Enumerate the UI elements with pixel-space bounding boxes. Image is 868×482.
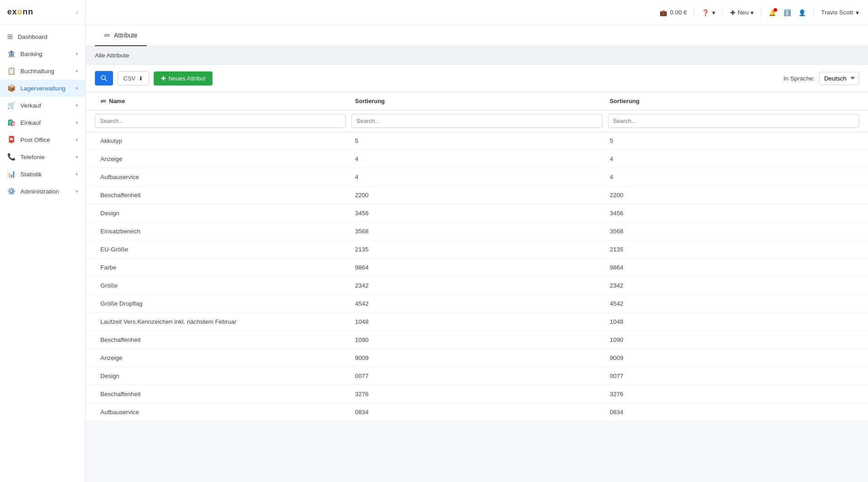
csv-export-button[interactable]: CSV ⬇ — [118, 71, 149, 85]
sidebar-item-telefonie[interactable]: 📞 Telefonie ▾ — [0, 148, 85, 165]
divider4 — [813, 8, 814, 17]
nav-chevron-banking: ▾ — [75, 51, 78, 57]
table-header: ≔ Name Sortierung Sortierung — [86, 92, 868, 110]
table-row[interactable]: Design 0077 0077 — [86, 367, 868, 385]
table-row[interactable]: Größe 2342 2342 — [86, 277, 868, 295]
toolbar-right: In Sprache: DeutschEnglishFrançais — [783, 72, 859, 85]
nav-label-dashboard: Dashboard — [18, 33, 47, 40]
nav-label-lagerverwaltung: Lagerverwaltung — [20, 85, 66, 92]
logo-area: exonn ‹ — [0, 0, 85, 24]
neu-button[interactable]: ✚ Neu ▾ — [730, 9, 754, 16]
user-chevron: ▾ — [856, 9, 859, 16]
divider3 — [761, 8, 761, 17]
notification-button[interactable]: 🔔 — [769, 9, 776, 16]
tab-attribute[interactable]: ≔ Attribute — [95, 25, 146, 46]
toolbar-left: CSV ⬇ ✚ Neues Attribut — [95, 71, 212, 85]
sidebar-collapse-button[interactable]: ‹ — [76, 8, 78, 16]
download-icon: ⬇ — [138, 75, 143, 82]
cell-sort1: 3568 — [349, 222, 604, 240]
sidebar-item-einkauf[interactable]: 🛍️ Einkauf ▾ — [0, 114, 85, 131]
cell-sort2: 5 — [604, 132, 859, 150]
cell-sort1: 0834 — [349, 403, 604, 421]
user-icon-button[interactable]: 👤 — [798, 9, 806, 16]
table-row[interactable]: Aufbauservice 4 4 — [86, 168, 868, 186]
sidebar-item-post-office[interactable]: 📮 Post Office ▾ — [0, 131, 85, 148]
column-sort2: Sortierung — [604, 92, 859, 110]
cell-sort2: 2342 — [604, 277, 859, 294]
cell-name: Größe — [95, 277, 349, 294]
sidebar-item-buchhaltung[interactable]: 📋 Buchhaltung ▾ — [0, 62, 85, 80]
help-button[interactable]: ❓ ▾ — [702, 9, 715, 16]
plus-icon-new: ✚ — [161, 75, 166, 82]
cell-sort1: 0077 — [349, 367, 604, 385]
nav-label-banking: Banking — [20, 51, 42, 57]
name-search-input[interactable] — [95, 114, 346, 128]
nav-label-telefonie: Telefonie — [20, 154, 45, 161]
table-row[interactable]: Einsatzbereich 3568 3568 — [86, 222, 868, 241]
nav-icon-post-office: 📮 — [7, 136, 16, 144]
tab-bar: ≔ Attribute — [86, 25, 868, 47]
cell-name: Beschaffenheit — [95, 385, 349, 403]
cell-sort2: 3456 — [604, 204, 859, 222]
toolbar: CSV ⬇ ✚ Neues Attribut In Sprache: Deuts… — [86, 65, 868, 92]
cell-sort2: 0077 — [604, 367, 859, 385]
col-sort2-label: Sortierung — [610, 98, 640, 104]
sort-icon: ≔ — [100, 98, 106, 104]
cell-name: Akkutyp — [95, 132, 349, 150]
sidebar-nav: ⊞ Dashboard 🏦 Banking ▾ 📋 Buchhaltung ▾ … — [0, 24, 85, 482]
search-button[interactable] — [95, 71, 113, 85]
table-row[interactable]: Akkutyp 5 5 — [86, 132, 868, 150]
sidebar-item-statistik[interactable]: 📊 Statistik ▾ — [0, 165, 85, 183]
table-row[interactable]: Farbe 9864 9864 — [86, 259, 868, 277]
info-button[interactable]: ℹ️ — [783, 9, 791, 16]
cell-sort2: 0834 — [604, 403, 859, 421]
table-row[interactable]: Design 3456 3456 — [86, 204, 868, 222]
nav-icon-telefonie: 📞 — [7, 153, 16, 161]
new-attribute-button[interactable]: ✚ Neues Attribut — [154, 71, 213, 85]
neu-label: Neu — [737, 9, 749, 16]
language-select[interactable]: DeutschEnglishFrançais — [819, 72, 859, 85]
content-area: ≔ Attribute Alle Attribute CS — [86, 25, 868, 482]
cell-sort2: 4542 — [604, 295, 859, 312]
sidebar-item-dashboard[interactable]: ⊞ Dashboard — [0, 28, 85, 45]
table-row[interactable]: Aufbauservice 0834 0834 — [86, 403, 868, 421]
divider2 — [722, 8, 723, 17]
cell-sort1: 3276 — [349, 385, 604, 403]
table-row[interactable]: Anzeige 4 4 — [86, 150, 868, 168]
cell-name: Aufbauservice — [95, 168, 349, 186]
cell-sort2: 1090 — [604, 331, 859, 349]
column-sort1: Sortierung — [349, 92, 604, 110]
cell-sort1: 4 — [349, 150, 604, 168]
table-row[interactable]: Beschaffenheit 3276 3276 — [86, 385, 868, 403]
cell-sort1: 9864 — [349, 259, 604, 276]
info-icon: ℹ️ — [783, 9, 791, 16]
cell-sort1: 2342 — [349, 277, 604, 294]
sidebar-item-lagerverwaltung[interactable]: 📦 Lagerverwaltung ▾ — [0, 80, 85, 97]
notification-dot — [774, 8, 777, 12]
sidebar-item-administration[interactable]: ⚙️ Administration ▾ — [0, 183, 85, 200]
cell-sort1: 2200 — [349, 186, 604, 204]
table-row[interactable]: EU-Größe 2135 2135 — [86, 241, 868, 259]
nav-chevron-einkauf: ▾ — [75, 120, 78, 126]
user-name: Travis Scott — [821, 9, 853, 16]
table-row[interactable]: Größe Dropflag 4542 4542 — [86, 295, 868, 313]
cell-name: Beschaffenheit — [95, 186, 349, 204]
cell-sort2: 3276 — [604, 385, 859, 403]
sidebar-item-banking[interactable]: 🏦 Banking ▾ — [0, 45, 85, 62]
user-menu[interactable]: Travis Scott ▾ — [821, 9, 859, 16]
table-row[interactable]: Laufzeit Vers.Kennzeichen inkl. nächstem… — [86, 313, 868, 331]
table-row[interactable]: Anzeige 9009 9009 — [86, 349, 868, 367]
sort1-search-input[interactable] — [351, 114, 602, 128]
cell-sort1: 4 — [349, 168, 604, 186]
table-row[interactable]: Beschaffenheit 2200 2200 — [86, 186, 868, 204]
tab-label: Attribute — [114, 32, 137, 39]
nav-icon-buchhaltung: 📋 — [7, 67, 16, 75]
cell-sort2: 1048 — [604, 313, 859, 331]
sort2-search-input[interactable] — [608, 114, 859, 128]
cell-name: Größe Dropflag — [95, 295, 349, 312]
neu-chevron: ▾ — [750, 9, 754, 16]
table-row[interactable]: Beschaffenheit 1090 1090 — [86, 331, 868, 349]
sidebar: exonn ‹ ⊞ Dashboard 🏦 Banking ▾ 📋 Buchha… — [0, 0, 86, 482]
nav-chevron-administration: ▾ — [75, 189, 78, 194]
sidebar-item-verkauf[interactable]: 🛒 Verkauf ▾ — [0, 97, 85, 114]
